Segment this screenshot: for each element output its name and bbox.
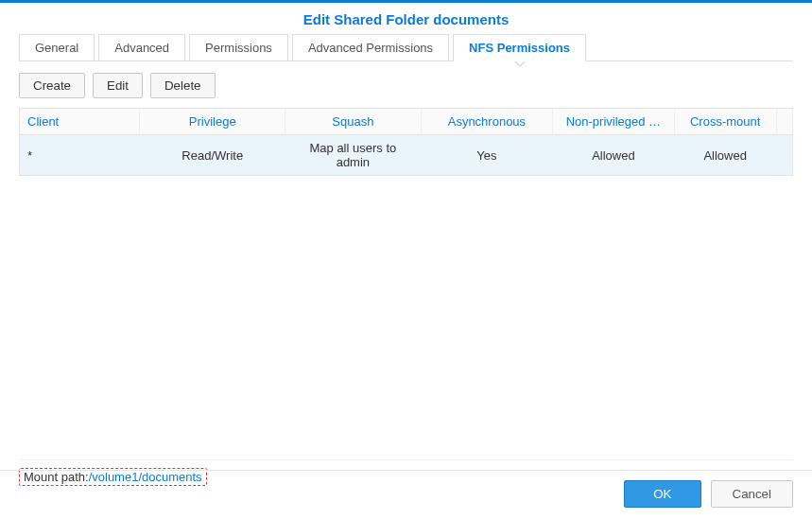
edit-button[interactable]: Edit (93, 73, 143, 98)
cell-client: * (20, 135, 140, 176)
tab-permissions[interactable]: Permissions (189, 34, 288, 61)
delete-button[interactable]: Delete (150, 73, 216, 98)
col-header-asynchronous[interactable]: Asynchronous (421, 109, 553, 135)
cell-cross: Allowed (674, 135, 776, 176)
col-header-privilege[interactable]: Privilege (140, 109, 285, 135)
tab-advanced[interactable]: Advanced (98, 34, 185, 61)
tab-advanced-permissions[interactable]: Advanced Permissions (292, 34, 449, 61)
col-header-squash[interactable]: Squash (285, 109, 422, 135)
dialog-footer: OK Cancel (0, 470, 812, 519)
nfs-permissions-table: Client Privilege Squash Asynchronous Non… (19, 108, 793, 176)
table-row[interactable]: * Read/Write Map all users to admin Yes … (20, 135, 793, 176)
col-spacer (776, 109, 792, 135)
cell-squash: Map all users to admin (285, 135, 422, 176)
col-header-client[interactable]: Client (20, 109, 140, 135)
col-header-crossmount[interactable]: Cross-mount (674, 109, 776, 135)
ok-button[interactable]: OK (624, 480, 700, 508)
create-button[interactable]: Create (19, 73, 85, 98)
dialog-title: Edit Shared Folder documents (0, 3, 812, 33)
cancel-button[interactable]: Cancel (711, 480, 794, 508)
tab-bar: General Advanced Permissions Advanced Pe… (19, 33, 793, 61)
toolbar: Create Edit Delete (19, 61, 793, 108)
col-header-nonprivileged[interactable]: Non-privileged … (553, 109, 674, 135)
tab-nfs-permissions[interactable]: NFS Permissions (453, 34, 586, 61)
cell-async: Yes (421, 135, 553, 176)
cell-nonpriv: Allowed (553, 135, 674, 176)
tab-general[interactable]: General (19, 34, 95, 61)
cell-privilege: Read/Write (140, 135, 285, 176)
cell-spacer (776, 135, 792, 176)
